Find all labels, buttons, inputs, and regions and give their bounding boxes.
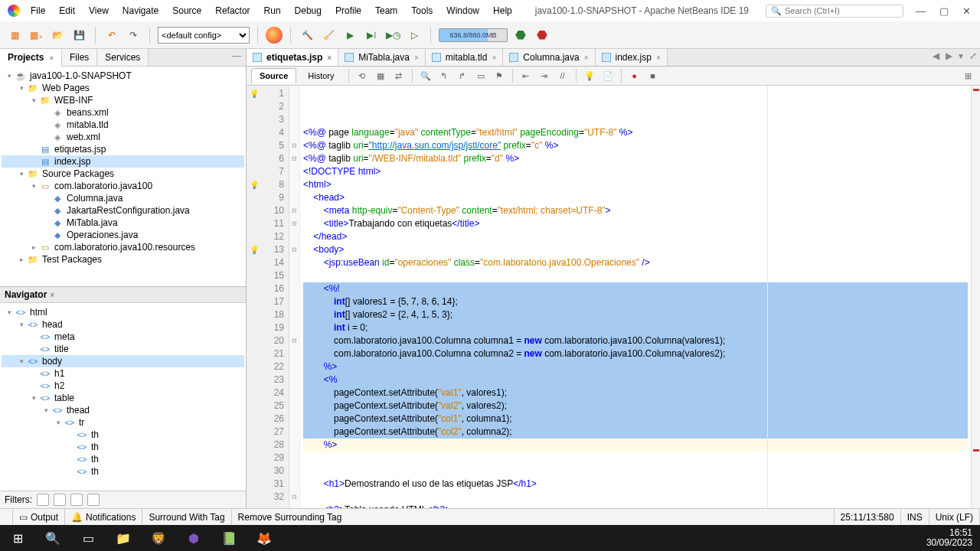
tb-find-icon[interactable]: 🔍	[418, 68, 433, 83]
tree-node[interactable]: ◆JakartaRestConfiguration.java	[2, 204, 244, 217]
menu-edit[interactable]: Edit	[53, 2, 81, 19]
build-button[interactable]: 🔨	[299, 27, 315, 44]
history-view-button[interactable]: History	[299, 68, 342, 83]
fold-gutter[interactable]: ⊟⊟⊟⊟⊟⊟⊟	[289, 86, 300, 508]
tree-node[interactable]: ◈web.xml	[2, 131, 244, 143]
filter-chip[interactable]	[87, 494, 100, 506]
run-main-button[interactable]: ▷	[406, 27, 423, 44]
tree-node[interactable]: ◆Columna.java	[2, 192, 244, 204]
panel-tab-projects[interactable]: Projects ×	[0, 49, 62, 67]
filter-chip[interactable]	[70, 494, 83, 506]
code-editor[interactable]: 💡1234567💡89101112💡1314151617181920212223…	[247, 86, 980, 508]
tree-node[interactable]: <>h1	[2, 367, 244, 380]
taskbar-clock[interactable]: 16:5130/09/2023	[926, 528, 980, 548]
surround-tag-action[interactable]: Surround With Tag	[142, 509, 231, 525]
profile-button[interactable]: ▶◷	[384, 27, 401, 44]
navigator-tree[interactable]: ▾<>html▾<>head<>meta<>title▾<>body<>h1<>…	[0, 303, 246, 491]
new-file-button[interactable]: ▦	[6, 27, 23, 44]
tree-node[interactable]: ▾<>thead	[2, 404, 244, 416]
menu-debug[interactable]: Debug	[289, 2, 328, 19]
undo-button[interactable]: ↶	[103, 27, 120, 44]
editor-tab-list[interactable]: ▾	[956, 49, 966, 66]
tree-node[interactable]: <>th	[2, 465, 244, 478]
clean-build-button[interactable]: 🧹	[320, 27, 337, 44]
taskbar-firefox[interactable]: 🦊	[247, 525, 282, 551]
editor-tab-scroll-right[interactable]: ▶	[942, 49, 956, 66]
save-all-button[interactable]: 💾	[70, 27, 87, 44]
tree-node[interactable]: ▾📁Source Packages	[2, 168, 244, 180]
tree-node[interactable]: ▾☕java100-1.0-SNAPSHOT	[2, 70, 244, 82]
tree-node[interactable]: <>th	[2, 441, 244, 453]
editor-tab[interactable]: mitabla.tld×	[426, 49, 504, 66]
open-project-button[interactable]: 📂	[49, 27, 66, 44]
tree-node[interactable]: ◈beans.xml	[2, 106, 244, 119]
error-stripe[interactable]	[971, 86, 980, 508]
output-tab[interactable]: ▭ Output	[13, 509, 65, 525]
remove-surround-action[interactable]: Remove Surrounding Tag	[232, 509, 835, 525]
projects-tree[interactable]: ▾☕java100-1.0-SNAPSHOT▾📁Web Pages▾📁WEB-I…	[0, 67, 246, 286]
editor-tab[interactable]: Columna.java×	[503, 49, 595, 66]
tree-node[interactable]: ▤etiquetas.jsp	[2, 143, 244, 155]
navigator-close[interactable]: ×	[50, 291, 54, 299]
projects-panel-minimize[interactable]: —	[227, 49, 246, 66]
code-content[interactable]: <%@ page language="java" contentType="te…	[300, 86, 971, 508]
menu-help[interactable]: Help	[487, 2, 518, 19]
tree-node[interactable]: ▾📁Web Pages	[2, 82, 244, 94]
tb-shiftleft-icon[interactable]: ⇤	[518, 68, 534, 83]
tab-close-icon[interactable]: ×	[584, 54, 589, 62]
tree-node[interactable]: <>meta	[2, 331, 244, 343]
line-gutter[interactable]: 💡1234567💡89101112💡1314151617181920212223…	[247, 86, 289, 508]
tab-close-icon[interactable]: ×	[414, 54, 419, 62]
debug-button[interactable]: ▶⁞	[363, 27, 380, 44]
quick-search[interactable]: 🔍	[766, 5, 903, 18]
panel-tab-services[interactable]: Services	[97, 49, 149, 66]
tb-macro-stop-icon[interactable]: ■	[645, 68, 661, 83]
tree-node[interactable]: <>th	[2, 453, 244, 465]
taskbar-app1[interactable]: ⬢	[176, 525, 211, 551]
tab-close-icon[interactable]: ×	[492, 54, 496, 62]
run-config-select[interactable]: <default config>	[158, 27, 250, 44]
tree-node[interactable]: ▾<>html	[2, 306, 244, 318]
editor-tab-scroll-left[interactable]: ◀	[929, 49, 942, 66]
menu-tools[interactable]: Tools	[405, 2, 439, 19]
tb-split-icon[interactable]: ⊞	[960, 68, 975, 83]
editor-tab[interactable]: MiTabla.java×	[338, 49, 426, 66]
tree-node[interactable]: ▸📁Test Packages	[2, 253, 244, 266]
tree-node[interactable]: <>h2	[2, 380, 244, 392]
tree-node[interactable]: ◆MiTabla.java	[2, 217, 244, 229]
tree-node[interactable]: <>th	[2, 429, 244, 441]
taskbar-brave[interactable]: 🦁	[141, 525, 176, 551]
menu-refactor[interactable]: Refactor	[209, 2, 256, 19]
redo-button[interactable]: ↷	[125, 27, 142, 44]
start-button[interactable]: ⊞	[0, 525, 35, 551]
menu-file[interactable]: File	[24, 2, 51, 19]
tb-prev-icon[interactable]: ↰	[436, 68, 452, 83]
filter-chip[interactable]	[37, 494, 49, 506]
editor-maximize[interactable]: ⤢	[966, 49, 980, 66]
browser-firefox-button[interactable]	[266, 27, 283, 44]
menu-profile[interactable]: Profile	[329, 2, 368, 19]
tree-node[interactable]: ▾▭com.laboratorio.java100	[2, 180, 244, 192]
tb-next-icon[interactable]: ↱	[455, 68, 470, 83]
tree-node[interactable]: ◆Operaciones.java	[2, 229, 244, 241]
tb-format-icon[interactable]: ▦	[373, 68, 388, 83]
tb-doc-icon[interactable]: 📄	[600, 68, 616, 83]
feedback-bad-icon[interactable]: ⬣	[534, 27, 550, 44]
maximize-button[interactable]: ▢	[939, 5, 949, 17]
panel-tab-files[interactable]: Files	[62, 49, 97, 66]
close-button[interactable]: ✕	[962, 5, 971, 17]
tree-node[interactable]: ▾<>table	[2, 392, 244, 404]
memory-indicator[interactable]: 636.8/880.0MB	[439, 28, 508, 42]
editor-tab[interactable]: index.jsp×	[596, 49, 668, 66]
tree-node[interactable]: ▾<>body	[2, 355, 244, 367]
tree-node[interactable]: ▾<>head	[2, 318, 244, 331]
menu-run[interactable]: Run	[258, 2, 287, 19]
menu-source[interactable]: Source	[166, 2, 207, 19]
taskbar-notepad[interactable]: 📗	[211, 525, 247, 551]
tree-node[interactable]: <>title	[2, 343, 244, 355]
source-view-button[interactable]: Source	[251, 68, 296, 83]
menu-view[interactable]: View	[83, 2, 115, 19]
tree-node[interactable]: ▾<>tr	[2, 416, 244, 429]
tb-comment-icon[interactable]: //	[555, 68, 570, 83]
tb-diff-icon[interactable]: ⇄	[391, 68, 407, 83]
